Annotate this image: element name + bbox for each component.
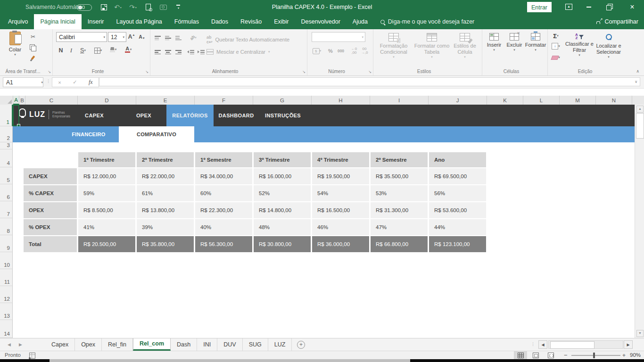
expand-formula-bar-button[interactable]: ∨ [635,80,637,84]
align-top-button[interactable] [153,33,162,42]
accounting-format-button[interactable]: $▾ [311,46,323,56]
table-cell[interactable]: 56% [429,185,486,201]
name-box-resize-handle[interactable]: ⋮ [46,79,51,83]
share-button[interactable]: Compartilhar [596,14,638,29]
fill-button[interactable]: ↓▾ [549,41,562,51]
row-header-9[interactable]: 9 [0,235,13,252]
save-button[interactable] [99,3,108,11]
menu-tab-ajuda[interactable]: Ajuda [347,14,374,29]
increase-indent-button[interactable] [196,47,206,57]
format-painter-button[interactable] [28,53,38,62]
redo-button[interactable]: ↷▾ [126,3,140,11]
table-column-header[interactable]: 4º Trimestre [312,152,369,167]
new-sheet-button[interactable]: + [297,341,305,349]
row-header-13[interactable]: 13 [0,303,13,320]
page-break-view-button[interactable] [544,351,557,359]
table-cell[interactable]: R$ 53.600,00 [429,202,486,218]
table-row-label-total[interactable]: Total [24,236,77,252]
sheet-tab-duv[interactable]: DUV [217,338,242,351]
vertical-scroll-thumb[interactable] [636,113,644,139]
column-header-b[interactable]: B [19,96,25,105]
sheet-tab-ini[interactable]: INI [197,338,217,351]
customize-qat-button[interactable]: ▾ [173,3,183,11]
print-preview-button[interactable] [143,3,153,11]
table-cell[interactable]: 54% [312,185,369,201]
menu-tab-dados[interactable]: Dados [205,14,234,29]
sheet-tab-opex[interactable]: Opex [75,338,102,351]
number-dialog-launcher[interactable]: ↘ [368,70,372,74]
borders-button[interactable]: ▾ [92,46,104,55]
delete-cells-button[interactable]: Excluir ▾ [504,33,524,52]
column-header-h[interactable]: H [312,96,370,105]
menu-tab-layout-da-p-gina[interactable]: Layout da Página [110,14,168,29]
format-as-table-button[interactable]: Formatar como Tabela ▾ [413,33,450,59]
vertical-scrollbar[interactable]: ▲ ▼ [635,105,644,338]
undo-button[interactable]: ↶▾ [111,3,124,11]
normal-view-button[interactable] [514,351,527,359]
table-cell[interactable]: 52% [254,185,311,201]
zoom-slider-track[interactable] [571,355,620,356]
font-color-button[interactable]: A ▾ [122,45,134,54]
autosave-toggle[interactable] [77,4,92,11]
row-header-14[interactable]: 14 [0,320,13,338]
table-cell[interactable]: 44% [429,219,486,235]
horizontal-scrollbar[interactable] [548,340,623,349]
table-cell[interactable]: R$ 13.800,00 [137,202,194,218]
table-cell[interactable]: 41% [78,219,135,235]
row-header-5[interactable]: 5 [0,167,13,184]
table-row-label-capex[interactable]: CAPEX [24,168,77,184]
hscroll-right-arrow[interactable]: ▶ [624,340,633,349]
column-header-e[interactable]: E [136,96,195,105]
table-cell[interactable]: R$ 19.500,00 [312,168,369,184]
merge-center-button[interactable]: Mesclar e Centralizar ▾ [206,49,270,55]
insert-cells-button[interactable]: Inserir ▾ [485,33,504,52]
row-header-8[interactable]: 8 [0,218,13,235]
row-header-7[interactable]: 7 [0,201,13,218]
table-cell[interactable]: R$ 14.800,00 [254,202,311,218]
increase-font-button[interactable]: A▲ [127,32,136,41]
table-cell[interactable]: R$ 56.300,00 [195,236,252,252]
menu-tab-p-gina-inicial[interactable]: Página Inicial [34,14,81,29]
scroll-down-arrow[interactable]: ▼ [636,330,644,337]
copy-button[interactable]: ▾ [28,42,38,52]
report-tab-financeiro[interactable]: FINANCEIRO [72,126,105,142]
table-column-header[interactable]: 2º Trimestre [137,152,194,167]
row-header-6[interactable]: 6 [0,184,13,201]
table-cell[interactable]: R$ 8.500,00 [78,202,135,218]
column-header-j[interactable]: J [429,96,487,105]
font-name-combo[interactable]: Calibri▾ [56,32,107,42]
table-cell[interactable]: R$ 30.800,00 [254,236,311,252]
font-dialog-launcher[interactable]: ↘ [145,70,149,74]
autosum-button[interactable]: Σ▾ [549,31,562,41]
align-left-button[interactable] [153,47,162,57]
confirm-entry-button[interactable]: ✓ [73,79,77,85]
decrease-font-button[interactable]: A▼ [137,32,147,41]
table-cell[interactable]: 40% [195,219,252,235]
table-cell[interactable]: R$ 69.500,00 [429,168,486,184]
clear-button[interactable]: ▾ [549,53,562,62]
table-column-header[interactable]: Ano [429,152,486,167]
horizontal-scroll-thumb[interactable] [550,341,594,349]
collapse-ribbon-button[interactable]: ∧ [636,69,639,74]
fill-color-button[interactable]: ▾ [107,45,119,54]
menu-tab-arquivo[interactable]: Arquivo [2,14,34,29]
sort-filter-button[interactable]: AZ Classificar e Filtrar ▾ [564,33,594,57]
align-bottom-button[interactable] [173,33,183,42]
percent-style-button[interactable]: % [326,46,335,56]
align-center-button[interactable] [163,47,173,57]
cell-styles-button[interactable]: Estilos de Célula ▾ [450,33,479,59]
ribbon-display-options-button[interactable]: ▲ [565,4,572,10]
sheet-tab-luz[interactable]: LUZ [268,338,292,351]
tell-me-search[interactable]: Diga-me o que você deseja fazer [380,14,474,29]
column-header-g[interactable]: G [253,96,312,105]
menu-tab-inserir[interactable]: Inserir [82,14,110,29]
number-format-combo[interactable]: ▾ [312,32,365,42]
zoom-out-button[interactable]: − [564,352,568,359]
sheet-tab-rel-fin[interactable]: Rel_fin [102,338,133,351]
align-right-button[interactable] [173,47,183,57]
increase-decimal-button[interactable]: ←0,00 [349,46,359,56]
scroll-up-arrow[interactable]: ▲ [636,106,644,113]
table-cell[interactable]: 59% [78,185,135,201]
menu-tab-f-rmulas[interactable]: Fórmulas [168,14,205,29]
sheet-canvas[interactable]: LUZ PlanilhasEmpresariais CAPEXOPEXRELAT… [13,105,635,338]
